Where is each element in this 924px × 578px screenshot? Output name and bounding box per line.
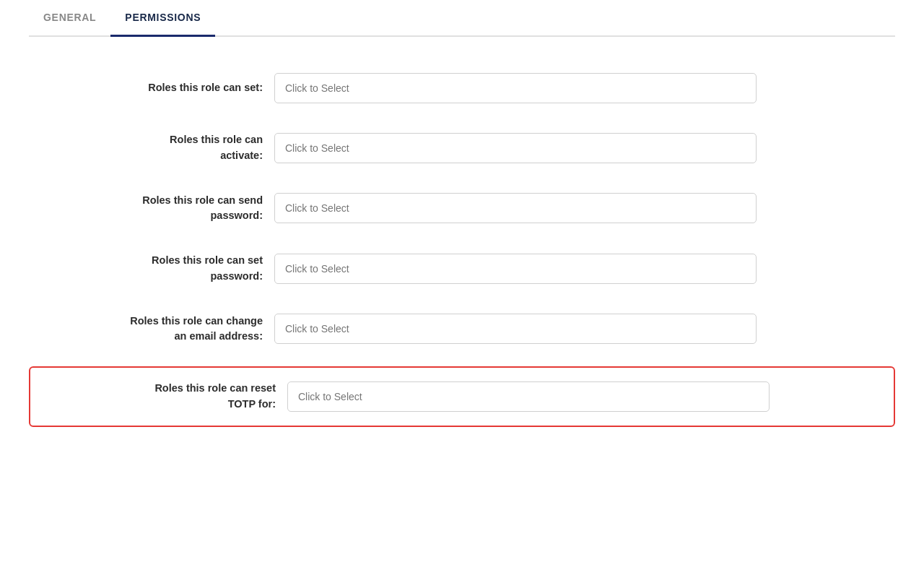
input-roles-can-set-password[interactable] — [274, 254, 757, 284]
field-roles-can-set-password: Roles this role can setpassword: — [29, 246, 895, 292]
tab-permissions[interactable]: PERMISSIONS — [110, 0, 215, 37]
permissions-form: Roles this role can set: Roles this role… — [29, 59, 895, 449]
page-container: GENERAL PERMISSIONS Roles this role can … — [0, 0, 924, 449]
label-roles-can-send-password: Roles this role can sendpassword: — [29, 193, 274, 225]
label-roles-can-activate: Roles this role canactivate: — [29, 132, 274, 164]
input-roles-can-reset-totp[interactable] — [287, 381, 770, 412]
tabs-bar: GENERAL PERMISSIONS — [29, 0, 895, 37]
field-roles-can-reset-totp: Roles this role can resetTOTP for: — [29, 366, 895, 427]
field-roles-can-change-email: Roles this role can changean email addre… — [29, 306, 895, 353]
label-roles-can-set-password: Roles this role can setpassword: — [29, 253, 274, 285]
field-roles-can-send-password: Roles this role can sendpassword: — [29, 186, 895, 232]
label-roles-can-set: Roles this role can set: — [29, 80, 274, 96]
input-roles-can-send-password[interactable] — [274, 193, 757, 223]
input-roles-can-set[interactable] — [274, 73, 757, 103]
field-roles-can-set: Roles this role can set: — [29, 66, 895, 111]
tab-general[interactable]: GENERAL — [29, 0, 110, 37]
input-roles-can-activate[interactable] — [274, 133, 757, 163]
field-roles-can-activate: Roles this role canactivate: — [29, 125, 895, 171]
label-roles-can-reset-totp: Roles this role can resetTOTP for: — [42, 381, 287, 413]
input-roles-can-change-email[interactable] — [274, 314, 757, 344]
label-roles-can-change-email: Roles this role can changean email addre… — [29, 314, 274, 345]
